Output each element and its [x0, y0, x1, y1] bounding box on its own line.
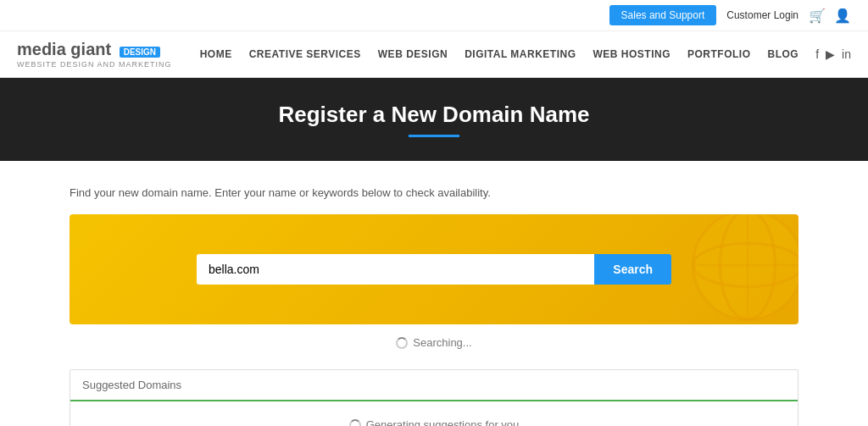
- generating-label: Generating suggestions for you: [366, 418, 520, 426]
- subtitle-text: Find your new domain name. Enter your na…: [70, 186, 798, 199]
- nav-item-portfolio[interactable]: PORTFOLIO: [687, 48, 751, 60]
- page-title: Register a New Domain Name: [17, 102, 851, 128]
- searching-status: Searching...: [70, 324, 798, 361]
- customer-login-link[interactable]: Customer Login: [726, 9, 798, 21]
- suggested-header: Suggested Domains: [70, 370, 798, 401]
- main-content: Find your new domain name. Enter your na…: [53, 161, 815, 426]
- header: media giant DESIGN WEBSITE DESIGN AND MA…: [0, 31, 868, 78]
- top-bar: Sales and Support Customer Login 🛒 👤: [0, 0, 868, 31]
- title-underline: [409, 135, 459, 137]
- main-nav: HOME CREATIVE SERVICES WEB DESIGN DIGITA…: [200, 47, 851, 61]
- nav-item-digital-marketing[interactable]: DIGITAL MARKETING: [465, 48, 576, 60]
- nav-item-blog[interactable]: BLOG: [768, 48, 799, 60]
- globe-decoration: [688, 214, 798, 324]
- searching-spinner: [396, 337, 408, 349]
- generating-spinner: [349, 419, 361, 427]
- logo-sub: WEBSITE DESIGN AND MARKETING: [17, 60, 172, 69]
- logo: media giant DESIGN: [17, 40, 172, 58]
- nav-social: f ▶ in: [815, 47, 851, 61]
- nav-item-creative-services[interactable]: CREATIVE SERVICES: [249, 48, 361, 60]
- generating-text: Generating suggestions for you: [70, 401, 798, 426]
- logo-text-media: media giant: [17, 40, 111, 58]
- searching-text: Searching...: [413, 336, 471, 349]
- facebook-icon[interactable]: f: [815, 47, 819, 61]
- person-icon[interactable]: 👤: [834, 8, 851, 24]
- cart-icon[interactable]: 🛒: [809, 8, 826, 24]
- suggested-panel: Suggested Domains Generating suggestions…: [70, 369, 798, 426]
- nav-item-web-hosting[interactable]: WEB HOSTING: [593, 48, 671, 60]
- youtube-icon[interactable]: ▶: [826, 47, 835, 61]
- nav-item-home[interactable]: HOME: [200, 48, 232, 60]
- search-button[interactable]: Search: [594, 254, 671, 285]
- domain-search-input[interactable]: [197, 254, 594, 285]
- sales-support-button[interactable]: Sales and Support: [609, 5, 717, 25]
- nav-item-web-design[interactable]: WEB DESIGN: [378, 48, 448, 60]
- page-title-banner: Register a New Domain Name: [0, 78, 868, 161]
- top-bar-icons: 🛒 👤: [809, 8, 851, 24]
- search-input-row: Search: [197, 254, 671, 285]
- linkedin-icon[interactable]: in: [842, 47, 851, 61]
- logo-area: media giant DESIGN WEBSITE DESIGN AND MA…: [17, 40, 172, 69]
- logo-design-badge: DESIGN: [120, 47, 160, 58]
- search-area: Search: [70, 214, 798, 324]
